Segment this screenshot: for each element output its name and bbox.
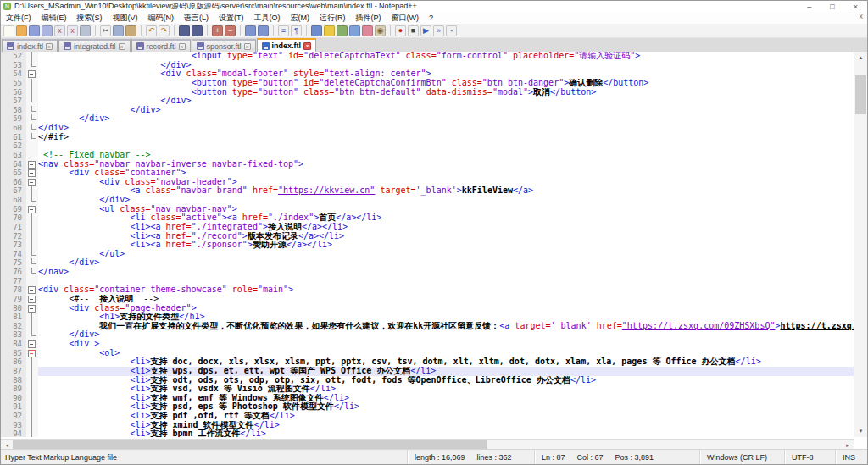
zoom-out-icon[interactable]: − [225,25,236,36]
sync-horizontal-scroll-icon[interactable] [258,25,269,36]
code-text[interactable]: <div class="modal-footer" style="text-al… [38,69,854,79]
minimize-button[interactable]: – [807,3,811,11]
code-text[interactable]: </div> [38,106,854,115]
code-text[interactable]: <#-- 接入说明 --> [38,295,854,304]
tab-close-icon[interactable]: x [46,43,53,50]
vertical-scrollbar[interactable]: ▴ ▾ [854,52,867,437]
fold-collapse-icon[interactable] [26,340,38,349]
menu-item-e[interactable]: 编辑(E) [36,12,72,24]
code-text[interactable]: <li>支持 vsd, vsdx 等 Visio 流程图文件</li> [38,385,854,394]
code-text[interactable]: <div > [38,340,854,349]
word-wrap-icon[interactable]: ≡ [278,25,289,36]
status-eol-format[interactable]: Windows (CR LF) [699,450,784,464]
status-encoding[interactable]: UTF-8 [784,450,835,464]
undo-icon[interactable]: ↶ [146,25,157,36]
play-macro-icon[interactable]: ▶ [420,25,431,36]
code-text[interactable]: <li><a href="./integrated">接入说明</a></li> [38,223,854,232]
code-text[interactable]: </ul> [38,250,854,259]
document-monitor-icon[interactable]: ◉ [375,25,386,36]
save-macro-icon[interactable]: ▪ [446,25,457,36]
code-text[interactable]: <li>支持 odt, ods, ots, odp, otp, six, ott… [38,376,854,385]
paste-icon[interactable] [125,25,136,36]
open-folder-icon[interactable] [16,25,27,36]
code-text[interactable]: <a class="navbar-brand" href="https://kk… [38,186,854,196]
code-text[interactable]: <nav class="navbar navbar-inverse navbar… [38,160,854,169]
code-text[interactable]: </#if> [38,133,854,142]
status-insert-mode[interactable]: INS [835,450,867,464]
run-macro-multiple-icon[interactable]: » [433,25,444,36]
indent-guide-icon[interactable] [311,25,322,36]
code-text[interactable] [38,141,854,151]
fold-collapse-icon[interactable] [26,205,38,214]
tab-close-icon[interactable]: x [179,43,186,50]
code-text[interactable]: </div> [38,97,854,106]
close-document-icon[interactable]: x [860,12,864,20]
menu-item-m[interactable]: 宏(M) [286,12,315,24]
code-text[interactable]: 我们一直在扩展支持的文件类型，不断优化预览的效果，如果您有什么建议，欢迎在kk开… [38,322,854,331]
fold-collapse-icon[interactable] [26,285,38,295]
save-all-icon[interactable] [42,25,53,36]
fold-collapse-icon[interactable] [26,304,38,313]
scroll-up-icon[interactable]: ▴ [854,52,867,64]
code-text[interactable]: <li>支持 psd, eps 等 Photoshop 软件模型文件</li> [38,402,854,412]
code-text[interactable]: <li><a href="./record">版本发布记录</a></li> [38,232,854,241]
new-file-icon[interactable] [3,25,14,36]
fold-collapse-icon[interactable] [26,169,38,178]
code-text[interactable]: <ol> [38,349,854,358]
menu-item-s[interactable]: 搜索(S) [72,12,108,24]
stop-macro-icon[interactable]: ■ [408,25,419,36]
folder-as-workspace-icon[interactable] [362,25,373,36]
code-text[interactable]: <div class="container"> [38,169,854,178]
show-all-characters-icon[interactable]: ¶ [291,25,302,36]
save-icon[interactable] [29,25,40,36]
code-text[interactable]: </div> [38,124,854,133]
function-list-icon[interactable] [349,25,360,36]
close-button[interactable]: × [854,3,858,11]
document-map-icon[interactable] [337,25,348,36]
menu-item-w[interactable]: 窗口(W) [387,12,425,24]
menu-item-v[interactable]: 视图(V) [108,12,143,24]
menu-item-n[interactable]: 编码(N) [143,12,180,24]
fold-collapse-icon[interactable] [26,160,38,169]
code-text[interactable]: <li>支持 wmf, emf 等 Windows 系统图像文件</li> [38,394,854,403]
code-text[interactable]: <button type="button" id="deleteCaptchaC… [38,79,854,88]
code-text[interactable]: <input type="text" id="deleteCaptchaText… [38,52,854,61]
code-text[interactable]: <li>支持 pdf ,ofd, rtf 等文档</li> [38,412,854,421]
maximize-button[interactable]: □ [830,3,834,11]
zoom-in-icon[interactable]: + [212,25,223,36]
code-text[interactable]: <li>支持 wps, dps, et, ett, wpt 等国产 WPS Of… [38,367,854,376]
code-text[interactable]: <li><a href="./sponsor">赞助开源</a></li> [38,241,854,250]
sync-vertical-scroll-icon[interactable] [245,25,256,36]
menu-item-t[interactable]: 设置(T) [214,12,249,24]
code-text[interactable]: </div> [38,330,854,340]
fold-collapse-icon[interactable] [26,178,38,187]
user-defined-language-icon[interactable] [324,25,335,36]
tab-close-icon[interactable]: x [119,43,125,50]
tab-sponsor-ftl-3[interactable]: sponsor.ftlx [192,39,256,52]
code-text[interactable]: </div> [38,196,854,205]
scroll-down-icon[interactable]: ▾ [854,425,867,437]
vertical-scroll-thumb[interactable] [855,75,866,114]
find-icon[interactable] [179,25,190,36]
code-editor[interactable]: 52 <input type="text" id="deleteCaptchaT… [1,52,854,437]
menu-item-l[interactable]: 语言(L) [179,12,214,24]
code-text[interactable]: <li>支持 doc, docx, xls, xlsx, xlsm, ppt, … [38,357,854,367]
tab-record-ftl-2[interactable]: record.ftlx [131,39,191,52]
code-text[interactable]: <div class="container theme-showcase" ro… [38,285,854,295]
menu-item-r[interactable]: 运行(R) [314,12,351,24]
tab-index-ftl-0[interactable]: index.ftlx [2,39,58,52]
code-text[interactable]: </nav> [38,268,854,277]
close-doc-icon[interactable]: x [54,25,65,36]
replace-icon[interactable] [192,25,203,36]
menu-item-o[interactable]: 工具(O) [249,12,286,24]
tab-integrated-ftl-1[interactable]: integrated.ftlx [58,39,131,52]
code-text[interactable]: <li>支持 bpmn 工作流文件</li> [38,429,854,437]
fold-collapse-icon[interactable] [26,295,38,304]
code-text[interactable]: <div class="page-header"> [38,304,854,313]
code-text[interactable] [38,277,854,286]
code-text[interactable]: <div class="navbar-header"> [38,178,854,187]
record-macro-icon[interactable]: ● [395,25,406,36]
redo-icon[interactable]: ↷ [159,25,170,36]
code-text[interactable]: <li class="active"><a href="./index">首页<… [38,213,854,223]
code-text[interactable]: <li>支持 xmind 软件模型文件</li> [38,421,854,430]
